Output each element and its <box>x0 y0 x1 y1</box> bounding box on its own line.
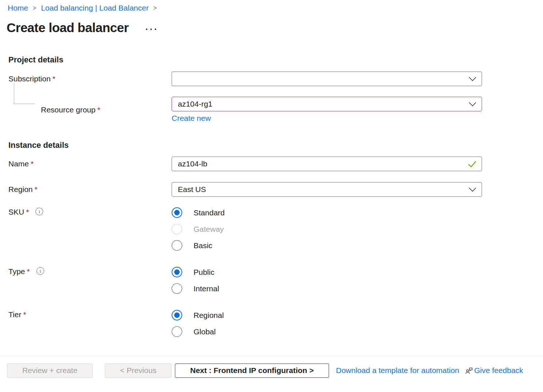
resource-group-dropdown[interactable]: az104-rg1 <box>172 97 482 111</box>
type-radio-group: Public Internal <box>172 267 482 294</box>
sku-option-label: Standard <box>194 207 225 218</box>
hierarchy-connector-line <box>14 83 35 104</box>
region-label: Region <box>8 185 33 194</box>
radio-button-icon <box>172 224 182 234</box>
region-value: East US <box>178 185 206 194</box>
review-create-button[interactable]: Review + create <box>7 364 93 378</box>
breadcrumb-load-balancing-link[interactable]: Load balancing | Load Balancer <box>41 4 149 12</box>
download-template-link[interactable]: Download a template for automation <box>336 366 459 375</box>
tier-label: Tier <box>8 310 21 319</box>
create-new-link[interactable]: Create new <box>172 114 211 123</box>
required-asterisk: * <box>35 185 38 194</box>
resource-group-label: Resource group <box>41 105 95 114</box>
info-icon[interactable]: i <box>37 267 44 275</box>
next-frontend-ip-button[interactable]: Next : Frontend IP configuration > <box>175 364 329 378</box>
required-asterisk: * <box>26 208 29 216</box>
required-asterisk: * <box>31 160 34 168</box>
type-option-label: Internal <box>194 283 219 294</box>
radio-button-icon <box>172 240 182 251</box>
info-icon[interactable]: i <box>35 208 43 215</box>
tier-option-global[interactable]: Global <box>172 326 482 337</box>
tier-option-regional[interactable]: Regional <box>172 310 482 320</box>
radio-button-icon <box>172 283 182 294</box>
name-input[interactable] <box>178 160 468 168</box>
chevron-down-icon <box>469 77 477 81</box>
name-field-wrap <box>172 157 482 171</box>
tier-radio-group: Regional Global <box>172 310 482 337</box>
subscription-label: Subscription <box>8 74 51 83</box>
feedback-person-icon <box>465 366 473 375</box>
sku-option-label: Gateway <box>194 224 224 234</box>
chevron-down-icon <box>469 187 477 192</box>
chevron-right-icon: > <box>32 4 37 12</box>
sku-label: SKU <box>8 208 24 216</box>
name-label: Name <box>8 160 29 168</box>
instance-details-heading: Instance details <box>8 140 543 150</box>
type-option-label: Public <box>194 267 214 277</box>
wizard-footer: Review + create < Previous Next : Fronte… <box>0 356 543 392</box>
region-dropdown[interactable]: East US <box>172 182 482 197</box>
radio-button-icon <box>172 310 182 320</box>
sku-option-basic[interactable]: Basic <box>172 240 482 251</box>
valid-check-icon <box>468 161 477 168</box>
page-title: Create load balancer <box>7 20 129 35</box>
tier-option-label: Global <box>194 326 216 337</box>
type-option-public[interactable]: Public <box>172 267 482 277</box>
give-feedback-link[interactable]: Give feedback <box>474 366 523 375</box>
previous-button[interactable]: < Previous <box>105 364 172 378</box>
more-options-icon[interactable]: ··· <box>145 24 158 31</box>
chevron-right-icon: > <box>153 4 157 12</box>
chevron-down-icon <box>469 102 477 107</box>
tier-option-label: Regional <box>194 310 224 320</box>
project-details-heading: Project details <box>8 55 543 65</box>
sku-option-label: Basic <box>194 240 212 251</box>
subscription-dropdown[interactable] <box>172 72 482 86</box>
breadcrumb-home-link[interactable]: Home <box>8 4 28 12</box>
radio-button-icon <box>172 267 182 277</box>
sku-option-gateway: Gateway <box>172 224 482 234</box>
required-asterisk: * <box>27 267 30 276</box>
required-asterisk: * <box>53 74 56 83</box>
sku-option-standard[interactable]: Standard <box>172 207 482 218</box>
required-asterisk: * <box>23 310 26 319</box>
radio-button-icon <box>172 207 182 218</box>
required-asterisk: * <box>97 105 100 114</box>
type-option-internal[interactable]: Internal <box>172 283 482 294</box>
radio-button-icon <box>172 326 182 337</box>
sku-radio-group: Standard Gateway Basic <box>172 207 482 251</box>
type-label: Type <box>8 267 25 276</box>
resource-group-value: az104-rg1 <box>178 100 213 108</box>
breadcrumb: Home > Load balancing | Load Balancer > <box>0 0 543 12</box>
